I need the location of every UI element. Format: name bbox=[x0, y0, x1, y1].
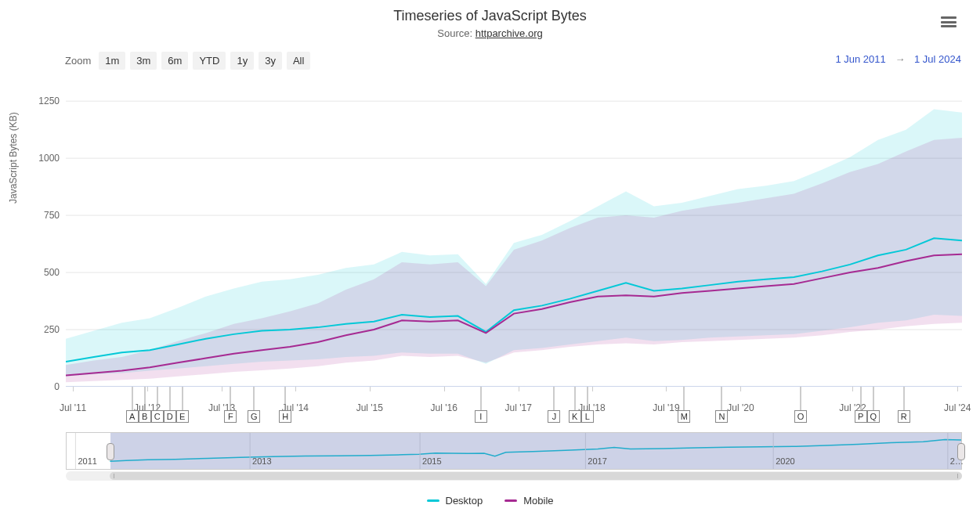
flag-e[interactable]: E bbox=[176, 410, 189, 423]
range-arrow-icon: → bbox=[895, 53, 905, 65]
navigator-handle-right[interactable] bbox=[957, 443, 965, 460]
navigator-handle-left[interactable] bbox=[107, 443, 114, 460]
navigator[interactable]: 201120132015201720202… bbox=[66, 432, 962, 470]
flag-r[interactable]: R bbox=[898, 410, 910, 423]
x-tick: Jul '20 bbox=[727, 402, 754, 413]
flag-j[interactable]: J bbox=[548, 410, 560, 423]
flag-b[interactable]: B bbox=[139, 410, 151, 423]
zoom-6m-button[interactable]: 6m bbox=[161, 52, 188, 70]
flag-c[interactable]: C bbox=[151, 410, 164, 423]
zoom-1y-button[interactable]: 1y bbox=[230, 52, 254, 70]
flag-l[interactable]: L bbox=[581, 410, 594, 423]
legend-label-mobile: Mobile bbox=[523, 495, 553, 507]
chart-menu-button[interactable] bbox=[939, 14, 958, 30]
legend-swatch-mobile bbox=[504, 499, 517, 502]
zoom-3y-button[interactable]: 3y bbox=[259, 52, 282, 70]
legend-item-desktop[interactable]: Desktop bbox=[427, 495, 483, 507]
flag-h[interactable]: H bbox=[279, 410, 291, 423]
range-to[interactable]: 1 Jul 2024 bbox=[914, 53, 961, 65]
flag-k[interactable]: K bbox=[569, 410, 581, 423]
x-tick: Jul '17 bbox=[505, 402, 532, 413]
range-display: 1 Jun 2011 → 1 Jul 2024 bbox=[835, 53, 961, 65]
zoom-ytd-button[interactable]: YTD bbox=[193, 52, 226, 70]
flag-d[interactable]: D bbox=[164, 410, 176, 423]
flag-o[interactable]: O bbox=[794, 410, 807, 423]
x-tick: Jul '19 bbox=[653, 402, 679, 413]
zoom-1m-button[interactable]: 1m bbox=[99, 52, 125, 70]
y-axis-title: JavaScript Bytes (KB) bbox=[8, 112, 19, 204]
chart-subtitle: Source: httparchive.org bbox=[0, 27, 980, 39]
subtitle-prefix: Source: bbox=[437, 27, 475, 39]
flag-n[interactable]: N bbox=[715, 410, 728, 423]
zoom-3m-button[interactable]: 3m bbox=[130, 52, 157, 70]
chart-svg bbox=[66, 78, 962, 387]
flag-a[interactable]: A bbox=[126, 410, 139, 423]
x-tick: Jul '16 bbox=[431, 402, 457, 413]
chart-title: Timeseries of JavaScript Bytes bbox=[0, 0, 980, 24]
y-axis-ticks: 025050075010001250 bbox=[28, 78, 63, 387]
source-link[interactable]: httparchive.org bbox=[476, 27, 543, 39]
legend-item-mobile[interactable]: Mobile bbox=[504, 495, 553, 507]
x-tick: Jul '11 bbox=[60, 402, 86, 413]
legend-label-desktop: Desktop bbox=[446, 495, 483, 507]
flag-f[interactable]: F bbox=[224, 410, 237, 423]
x-tick: Jul '24 bbox=[944, 402, 971, 413]
plot-area[interactable] bbox=[66, 78, 962, 387]
zoom-all-button[interactable]: All bbox=[287, 52, 310, 70]
x-tick: Jul '15 bbox=[356, 402, 383, 413]
range-from[interactable]: 1 Jun 2011 bbox=[835, 53, 885, 65]
legend: Desktop Mobile bbox=[0, 495, 980, 507]
navigator-selection[interactable] bbox=[110, 433, 961, 469]
flag-p[interactable]: P bbox=[855, 410, 867, 423]
legend-swatch-desktop bbox=[427, 499, 439, 502]
flag-m[interactable]: M bbox=[678, 410, 690, 423]
navigator-scroll-thumb[interactable] bbox=[110, 472, 962, 480]
x-axis-ticks: Jul '11Jul '12Jul '13Jul '14Jul '15Jul '… bbox=[66, 387, 962, 424]
navigator-scrollbar[interactable] bbox=[66, 471, 962, 481]
zoom-label: Zoom bbox=[65, 55, 91, 67]
flag-q[interactable]: Q bbox=[867, 410, 880, 423]
flag-i[interactable]: I bbox=[475, 410, 487, 423]
flag-g[interactable]: G bbox=[248, 410, 260, 423]
zoom-toolbar: Zoom 1m 3m 6m YTD 1y 3y All bbox=[65, 52, 310, 70]
